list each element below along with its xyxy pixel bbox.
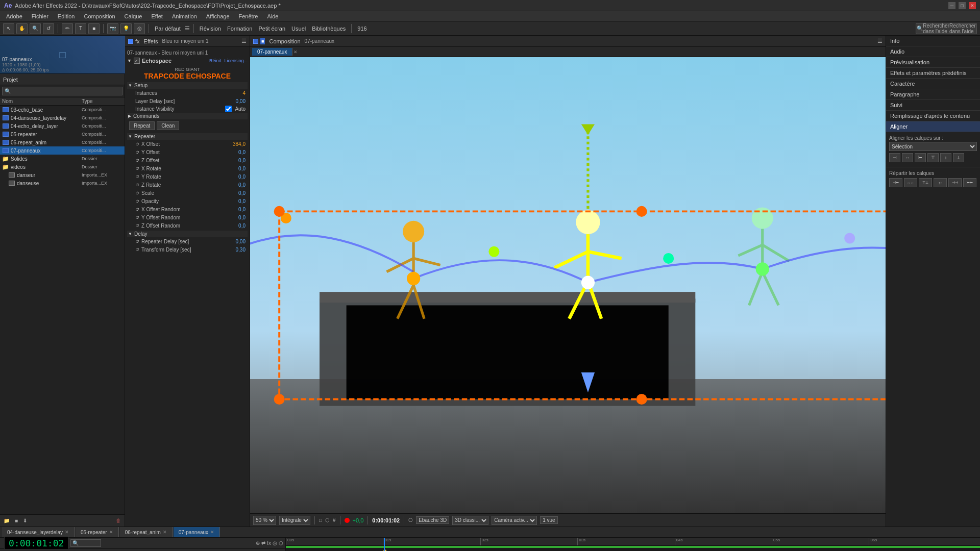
quality-select[interactable]: Intégrale — [279, 516, 310, 525]
view-count-btn[interactable]: 1 vue — [540, 516, 557, 524]
timeline-search-input[interactable] — [70, 539, 101, 547]
tool-hand[interactable]: ✋ — [16, 23, 28, 34]
menu-aide[interactable]: Aide — [263, 12, 282, 20]
dist-vcenter-btn[interactable]: ⊣⊣ — [948, 178, 962, 187]
menu-fichier[interactable]: Fichier — [28, 12, 53, 20]
dist-left-btn[interactable]: ⊣⊢ — [889, 178, 902, 187]
fx-checkbox[interactable]: ✓ — [134, 58, 140, 64]
tool-null[interactable]: ◎ — [134, 23, 145, 34]
x-offset-random-stopwatch: ⏱ — [135, 207, 139, 212]
tl-icon5[interactable]: ⬡ — [279, 540, 283, 546]
align-left-btn[interactable]: ⊣ — [889, 153, 900, 162]
camera-mode-select[interactable]: Caméra activ... — [492, 516, 537, 525]
align-top-btn[interactable]: ⊤ — [927, 153, 939, 162]
project-item-solides[interactable]: 📁SolidesDossier — [0, 155, 125, 163]
tab-effets-predefinis[interactable]: Effets et paramètres prédéfinis — [886, 68, 980, 79]
tl-tab-05-close[interactable]: ✕ — [109, 530, 113, 535]
menu-effet[interactable]: Effet — [147, 12, 166, 20]
menu-affichage[interactable]: Affichage — [202, 12, 234, 20]
menu-fenetre[interactable]: Fenêtre — [235, 12, 262, 20]
dist-bottom-btn[interactable]: ⊢⊢ — [963, 178, 976, 187]
project-item-danseur[interactable]: danseurImporte...EX — [0, 171, 125, 179]
search-icon[interactable]: 🔍 Rechercher dans l'aideRechercher dans … — [916, 23, 977, 34]
tl-tab-04-close[interactable]: ✕ — [65, 530, 69, 535]
dist-top-btn[interactable]: ↕↕ — [934, 178, 947, 187]
menu-calque[interactable]: Calque — [120, 12, 146, 20]
fx-setup-header[interactable]: ▼ Setup — [127, 82, 248, 89]
tl-tab-04[interactable]: 04-danseuse_layerdelay ✕ — [2, 527, 75, 537]
tab-paragraphe[interactable]: Paragraphe — [886, 89, 980, 100]
fx-delay-header[interactable]: ▼ Delay — [127, 231, 248, 237]
menu-adobe[interactable]: Adobe — [2, 12, 27, 20]
project-item-05-repeater[interactable]: 05-repeaterCompositi... — [0, 130, 125, 138]
item-name: Solides — [11, 156, 82, 162]
zoom-select[interactable]: 50 % — [253, 516, 276, 525]
formation-label[interactable]: Formation — [225, 26, 255, 32]
tab-caractere[interactable]: Caractère — [886, 79, 980, 89]
fx-commands-header[interactable]: ▶ Commands — [127, 113, 248, 119]
import-btn[interactable]: ⬇ — [21, 517, 29, 524]
menu-animation[interactable]: Animation — [168, 12, 201, 20]
tool-pen[interactable]: ✏ — [62, 23, 73, 34]
fx-licensing-btn[interactable]: Licensing... — [224, 58, 248, 63]
render-mode-btn[interactable]: Ebauche 3D — [416, 516, 449, 524]
maximize-button[interactable]: □ — [959, 2, 966, 9]
align-right-btn[interactable]: ⊢ — [915, 153, 926, 162]
project-item-06-repeat-anim[interactable]: 06-repeat_animCompositi... — [0, 138, 125, 146]
menu-composition[interactable]: Composition — [80, 12, 119, 20]
fx-clean-btn[interactable]: Clean — [157, 121, 179, 130]
tl-tab-06[interactable]: 06-repeat_anim ✕ — [120, 527, 173, 537]
fx-reset-btn[interactable]: Réinit. — [209, 58, 223, 63]
project-item-videos[interactable]: 📁videosDossier — [0, 163, 125, 171]
align-vcenter-btn[interactable]: ↕ — [940, 153, 951, 162]
project-search-input[interactable] — [2, 87, 122, 95]
instance-visibility-checkbox[interactable] — [225, 106, 232, 112]
project-item-04-danseuse-layerdelay[interactable]: 04-danseuse_layerdelayCompositi... — [0, 114, 125, 122]
tool-shape[interactable]: ■ — [88, 23, 100, 34]
new-folder-btn[interactable]: 📁 — [2, 517, 11, 524]
tl-tab-06-close[interactable]: ✕ — [163, 530, 167, 535]
tl-icon1[interactable]: ⊕ — [256, 540, 260, 546]
tab-info[interactable]: Info — [886, 36, 980, 46]
view-mode-select[interactable]: 3D classi... — [452, 516, 488, 525]
tl-tab-07[interactable]: 07-panneaux ✕ — [174, 527, 220, 537]
comp-tab-close[interactable]: ✕ — [293, 49, 298, 55]
tl-icon4[interactable]: ◎ — [273, 540, 277, 546]
tool-zoom[interactable]: 🔍 — [30, 23, 41, 34]
revision-label[interactable]: Révision — [198, 26, 223, 32]
project-item-03-echo-base[interactable]: 03-echo_baseCompositi... — [0, 106, 125, 114]
tl-icon3[interactable]: fx — [267, 540, 271, 546]
tab-remplissage[interactable]: Remplissage d'après le contenu — [886, 111, 980, 121]
tool-camera[interactable]: 📷 — [107, 23, 118, 34]
tool-text[interactable]: T — [75, 23, 86, 34]
align-hcenter-btn[interactable]: ↔ — [902, 153, 913, 162]
petit-ecran-label[interactable]: Petit écran — [256, 26, 287, 32]
tab-previsualisation[interactable]: Prévisualisation — [886, 57, 980, 68]
tool-light[interactable]: 💡 — [120, 23, 132, 34]
fx-repeat-btn[interactable]: Repeat — [129, 121, 155, 130]
project-item-danseuse[interactable]: danseuseImporte...EX — [0, 179, 125, 187]
bibliotheques-label[interactable]: Bibliothèques — [310, 26, 348, 32]
project-item-04-echo-delay-layer[interactable]: 04-echo_delay_layerCompositi... — [0, 122, 125, 130]
tool-rotate[interactable]: ↺ — [43, 23, 54, 34]
new-comp-btn[interactable]: ■ — [13, 517, 19, 524]
tab-aligner[interactable]: Aligner — [886, 121, 980, 132]
tab-audio[interactable]: Audio — [886, 46, 980, 57]
delete-btn[interactable]: 🗑 — [114, 517, 122, 524]
usuel-label[interactable]: Usuel — [289, 26, 308, 32]
comp-tab-07[interactable]: 07-panneaux — [252, 48, 292, 56]
tool-selection[interactable]: ↖ — [3, 23, 14, 34]
dist-right-btn[interactable]: ⊤⊥ — [919, 178, 932, 187]
menu-edition[interactable]: Edition — [54, 12, 79, 20]
align-bottom-btn[interactable]: ⊥ — [953, 153, 964, 162]
tl-icon2[interactable]: ⇄ — [261, 540, 265, 546]
tl-tab-07-close[interactable]: ✕ — [210, 530, 214, 535]
align-select[interactable]: Sélection — [889, 142, 977, 151]
project-item-07-panneaux[interactable]: 07-panneauxCompositi... — [0, 146, 125, 155]
dist-hcenter-btn[interactable]: ↔↔ — [904, 178, 917, 187]
close-button[interactable]: ✕ — [969, 2, 976, 9]
tl-tab-05[interactable]: 05-repeater ✕ — [76, 527, 119, 537]
minimize-button[interactable]: ─ — [948, 2, 955, 9]
tab-suivi[interactable]: Suivi — [886, 100, 980, 111]
fx-repeater-header[interactable]: ▼ Repeater — [127, 133, 248, 140]
